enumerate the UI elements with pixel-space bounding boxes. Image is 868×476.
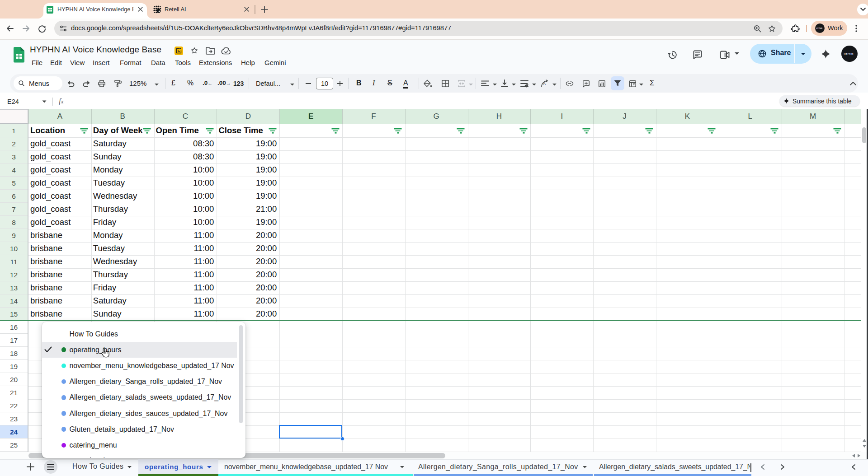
svg-text:A: A (543, 81, 546, 86)
